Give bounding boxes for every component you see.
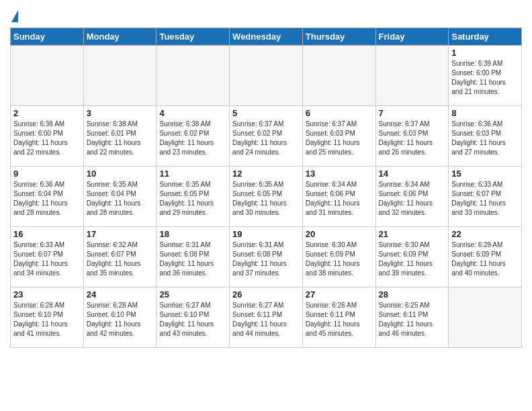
day-cell: 27Sunrise: 6:26 AM Sunset: 6:11 PM Dayli… <box>302 287 375 348</box>
day-info: Sunrise: 6:38 AM Sunset: 6:00 PM Dayligh… <box>13 120 81 157</box>
day-number: 21 <box>379 229 446 239</box>
day-cell: 28Sunrise: 6:25 AM Sunset: 6:11 PM Dayli… <box>375 287 449 348</box>
week-row-1: 2Sunrise: 6:38 AM Sunset: 6:00 PM Daylig… <box>11 106 522 167</box>
weekday-tuesday: Tuesday <box>157 28 230 46</box>
day-cell: 15Sunrise: 6:33 AM Sunset: 6:07 PM Dayli… <box>449 167 522 227</box>
day-info: Sunrise: 6:30 AM Sunset: 6:09 PM Dayligh… <box>379 240 446 278</box>
day-info: Sunrise: 6:28 AM Sunset: 6:10 PM Dayligh… <box>13 301 81 338</box>
day-info: Sunrise: 6:35 AM Sunset: 6:05 PM Dayligh… <box>159 180 226 218</box>
weekday-saturday: Saturday <box>449 28 522 46</box>
day-cell: 16Sunrise: 6:33 AM Sunset: 6:07 PM Dayli… <box>11 227 84 287</box>
day-cell <box>449 287 522 348</box>
day-cell: 9Sunrise: 6:36 AM Sunset: 6:04 PM Daylig… <box>11 167 84 227</box>
day-number: 23 <box>13 289 81 300</box>
day-cell <box>157 46 230 106</box>
day-cell: 10Sunrise: 6:35 AM Sunset: 6:04 PM Dayli… <box>83 167 157 227</box>
day-info: Sunrise: 6:37 AM Sunset: 6:03 PM Dayligh… <box>379 120 446 157</box>
day-number: 2 <box>13 108 81 118</box>
day-number: 9 <box>13 169 81 179</box>
day-cell: 1Sunrise: 6:39 AM Sunset: 6:00 PM Daylig… <box>449 46 522 106</box>
day-info: Sunrise: 6:37 AM Sunset: 6:03 PM Dayligh… <box>306 120 373 157</box>
day-info: Sunrise: 6:30 AM Sunset: 6:09 PM Dayligh… <box>306 240 373 278</box>
day-cell: 8Sunrise: 6:36 AM Sunset: 6:03 PM Daylig… <box>449 106 522 167</box>
day-number: 16 <box>13 229 81 239</box>
day-number: 5 <box>232 108 300 118</box>
day-number: 15 <box>451 169 519 179</box>
day-cell <box>11 46 84 106</box>
day-cell: 14Sunrise: 6:34 AM Sunset: 6:06 PM Dayli… <box>375 167 449 227</box>
day-info: Sunrise: 6:29 AM Sunset: 6:09 PM Dayligh… <box>451 240 519 278</box>
day-number: 19 <box>232 229 300 239</box>
day-number: 22 <box>451 229 519 239</box>
day-cell <box>83 46 157 106</box>
day-cell <box>230 46 303 106</box>
day-cell: 19Sunrise: 6:31 AM Sunset: 6:08 PM Dayli… <box>230 227 303 287</box>
day-number: 12 <box>232 169 300 179</box>
day-number: 24 <box>87 289 154 300</box>
weekday-sunday: Sunday <box>11 28 84 46</box>
day-cell: 26Sunrise: 6:27 AM Sunset: 6:11 PM Dayli… <box>230 287 303 348</box>
week-row-3: 16Sunrise: 6:33 AM Sunset: 6:07 PM Dayli… <box>11 227 522 287</box>
day-cell: 13Sunrise: 6:34 AM Sunset: 6:06 PM Dayli… <box>302 167 375 227</box>
day-cell: 17Sunrise: 6:32 AM Sunset: 6:07 PM Dayli… <box>83 227 157 287</box>
day-info: Sunrise: 6:32 AM Sunset: 6:07 PM Dayligh… <box>87 240 154 278</box>
day-info: Sunrise: 6:28 AM Sunset: 6:10 PM Dayligh… <box>87 301 154 338</box>
day-info: Sunrise: 6:34 AM Sunset: 6:06 PM Dayligh… <box>306 180 373 218</box>
weekday-thursday: Thursday <box>302 28 375 46</box>
day-number: 18 <box>159 229 226 239</box>
week-row-4: 23Sunrise: 6:28 AM Sunset: 6:10 PM Dayli… <box>11 287 522 348</box>
day-cell: 21Sunrise: 6:30 AM Sunset: 6:09 PM Dayli… <box>375 227 449 287</box>
page: SundayMondayTuesdayWednesdayThursdayFrid… <box>0 0 532 358</box>
day-info: Sunrise: 6:36 AM Sunset: 6:04 PM Dayligh… <box>13 180 81 218</box>
day-info: Sunrise: 6:35 AM Sunset: 6:05 PM Dayligh… <box>232 180 300 218</box>
calendar: SundayMondayTuesdayWednesdayThursdayFrid… <box>10 28 522 348</box>
weekday-friday: Friday <box>375 28 449 46</box>
day-number: 28 <box>379 289 446 300</box>
logo <box>10 10 18 22</box>
day-info: Sunrise: 6:38 AM Sunset: 6:02 PM Dayligh… <box>159 120 226 157</box>
day-number: 7 <box>379 108 446 118</box>
day-info: Sunrise: 6:31 AM Sunset: 6:08 PM Dayligh… <box>159 240 226 278</box>
day-cell: 7Sunrise: 6:37 AM Sunset: 6:03 PM Daylig… <box>375 106 449 167</box>
day-cell: 20Sunrise: 6:30 AM Sunset: 6:09 PM Dayli… <box>302 227 375 287</box>
day-number: 25 <box>159 289 226 300</box>
day-cell: 2Sunrise: 6:38 AM Sunset: 6:00 PM Daylig… <box>11 106 84 167</box>
day-number: 17 <box>87 229 154 239</box>
day-cell: 12Sunrise: 6:35 AM Sunset: 6:05 PM Dayli… <box>230 167 303 227</box>
day-info: Sunrise: 6:35 AM Sunset: 6:04 PM Dayligh… <box>87 180 154 218</box>
day-cell: 11Sunrise: 6:35 AM Sunset: 6:05 PM Dayli… <box>157 167 230 227</box>
day-cell <box>375 46 449 106</box>
weekday-wednesday: Wednesday <box>230 28 303 46</box>
week-row-0: 1Sunrise: 6:39 AM Sunset: 6:00 PM Daylig… <box>11 46 522 106</box>
day-number: 1 <box>451 48 519 58</box>
weekday-monday: Monday <box>83 28 157 46</box>
day-info: Sunrise: 6:26 AM Sunset: 6:11 PM Dayligh… <box>306 301 373 338</box>
day-number: 13 <box>306 169 373 179</box>
day-info: Sunrise: 6:36 AM Sunset: 6:03 PM Dayligh… <box>451 120 519 157</box>
day-info: Sunrise: 6:34 AM Sunset: 6:06 PM Dayligh… <box>379 180 446 218</box>
day-cell: 18Sunrise: 6:31 AM Sunset: 6:08 PM Dayli… <box>157 227 230 287</box>
day-cell: 4Sunrise: 6:38 AM Sunset: 6:02 PM Daylig… <box>157 106 230 167</box>
day-cell: 22Sunrise: 6:29 AM Sunset: 6:09 PM Dayli… <box>449 227 522 287</box>
logo-triangle-icon <box>11 10 18 22</box>
day-info: Sunrise: 6:25 AM Sunset: 6:11 PM Dayligh… <box>379 301 446 338</box>
day-cell: 5Sunrise: 6:37 AM Sunset: 6:02 PM Daylig… <box>230 106 303 167</box>
day-info: Sunrise: 6:33 AM Sunset: 6:07 PM Dayligh… <box>451 180 519 218</box>
day-info: Sunrise: 6:33 AM Sunset: 6:07 PM Dayligh… <box>13 240 81 278</box>
header <box>10 7 522 22</box>
day-info: Sunrise: 6:39 AM Sunset: 6:00 PM Dayligh… <box>451 59 519 97</box>
day-info: Sunrise: 6:31 AM Sunset: 6:08 PM Dayligh… <box>232 240 300 278</box>
day-info: Sunrise: 6:27 AM Sunset: 6:11 PM Dayligh… <box>232 301 300 338</box>
day-number: 27 <box>306 289 373 300</box>
day-cell: 24Sunrise: 6:28 AM Sunset: 6:10 PM Dayli… <box>83 287 157 348</box>
day-cell: 25Sunrise: 6:27 AM Sunset: 6:10 PM Dayli… <box>157 287 230 348</box>
day-number: 6 <box>306 108 373 118</box>
day-cell <box>302 46 375 106</box>
day-number: 3 <box>87 108 154 118</box>
day-cell: 23Sunrise: 6:28 AM Sunset: 6:10 PM Dayli… <box>11 287 84 348</box>
day-number: 26 <box>232 289 300 300</box>
week-row-2: 9Sunrise: 6:36 AM Sunset: 6:04 PM Daylig… <box>11 167 522 227</box>
weekday-header-row: SundayMondayTuesdayWednesdayThursdayFrid… <box>11 28 522 46</box>
day-number: 11 <box>159 169 226 179</box>
day-cell: 3Sunrise: 6:38 AM Sunset: 6:01 PM Daylig… <box>83 106 157 167</box>
